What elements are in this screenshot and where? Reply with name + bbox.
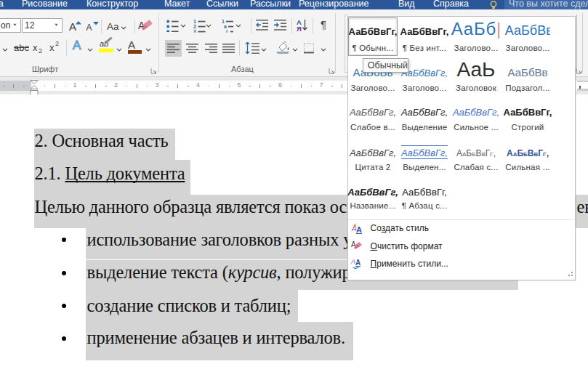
- svg-text:1: 1: [222, 19, 225, 24]
- svg-text:A: A: [356, 225, 362, 234]
- svg-text:3: 3: [193, 29, 196, 33]
- svg-text:A: A: [355, 259, 361, 267]
- svg-text:1: 1: [193, 19, 196, 24]
- svg-text:а: а: [224, 24, 227, 29]
- svg-text:i: i: [226, 29, 227, 33]
- svg-text:2: 2: [193, 24, 196, 29]
